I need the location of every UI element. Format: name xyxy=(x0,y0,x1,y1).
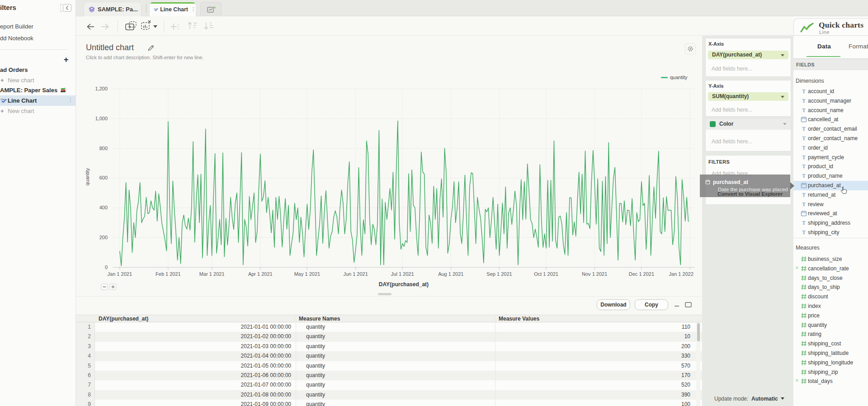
svg-text:T: T xyxy=(802,89,806,94)
svg-text:200: 200 xyxy=(99,235,108,240)
svg-text:800: 800 xyxy=(99,146,108,151)
svg-text:1,000: 1,000 xyxy=(95,116,108,121)
svg-text:T: T xyxy=(802,192,806,198)
svg-text:Feb 1 2021: Feb 1 2021 xyxy=(156,271,181,277)
svg-text:Sep 1 2021: Sep 1 2021 xyxy=(486,271,512,277)
svg-text:T: T xyxy=(802,98,806,104)
svg-text:0: 0 xyxy=(105,264,108,270)
svg-text:Nov 1 2021: Nov 1 2021 xyxy=(582,271,607,277)
svg-text:1,200: 1,200 xyxy=(95,86,108,91)
svg-text:T: T xyxy=(802,126,806,132)
svg-text:Jan 1 2021: Jan 1 2021 xyxy=(108,271,132,277)
svg-text:quantity: quantity xyxy=(85,168,90,185)
svg-text:T: T xyxy=(802,202,806,207)
svg-text:600: 600 xyxy=(99,175,108,180)
svg-text:T: T xyxy=(802,164,806,169)
svg-text:T: T xyxy=(802,145,806,151)
svg-text:T: T xyxy=(802,220,806,226)
svg-text:T: T xyxy=(802,136,806,141)
svg-text:T: T xyxy=(802,155,806,160)
svg-text:DAY(purchased_at): DAY(purchased_at) xyxy=(379,281,429,288)
svg-text:T: T xyxy=(802,230,806,235)
svg-text:Jan 1 2022: Jan 1 2022 xyxy=(669,271,693,277)
svg-text:T: T xyxy=(802,108,806,113)
svg-text:+: + xyxy=(213,6,215,10)
svg-text:Jul 1 2021: Jul 1 2021 xyxy=(391,271,414,277)
svg-text:Apr 1 2021: Apr 1 2021 xyxy=(248,271,273,277)
svg-text:Aug 1 2021: Aug 1 2021 xyxy=(438,271,463,277)
svg-text:Oct 1 2021: Oct 1 2021 xyxy=(534,271,558,277)
svg-text:May 1 2021: May 1 2021 xyxy=(294,271,320,277)
svg-text:T: T xyxy=(802,173,806,179)
svg-text:Jun 1 2021: Jun 1 2021 xyxy=(343,271,368,277)
svg-text:Mar 1 2021: Mar 1 2021 xyxy=(199,271,225,277)
svg-text:Dec 1 2021: Dec 1 2021 xyxy=(629,271,654,277)
svg-text:400: 400 xyxy=(99,205,108,210)
